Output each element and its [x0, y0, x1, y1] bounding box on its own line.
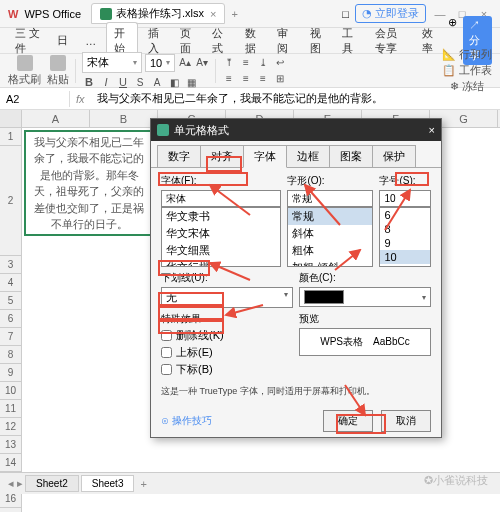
row-header[interactable]: 14 — [0, 454, 21, 472]
italic-icon[interactable]: I — [99, 75, 113, 89]
font-select[interactable]: 宋体▾ — [82, 52, 142, 73]
row-header[interactable]: 3 — [0, 256, 21, 274]
name-box[interactable]: A2 — [0, 91, 70, 107]
font-input[interactable] — [161, 190, 281, 207]
underline-select[interactable]: 无▾ — [161, 287, 293, 308]
style-input[interactable] — [287, 190, 373, 207]
menu-bar: 三 文件 日 … 开始 插入 页面 公式 数据 审阅 视图 工具 会员专享 效率… — [0, 28, 500, 54]
col-header[interactable]: A — [22, 110, 90, 127]
help-link[interactable]: ⊙ 操作技巧 — [161, 414, 212, 428]
tab-number[interactable]: 数字 — [157, 145, 201, 168]
filename: 表格操作练习.xlsx — [116, 6, 204, 21]
col-header[interactable]: B — [90, 110, 158, 127]
row-header[interactable]: 7 — [0, 328, 21, 346]
fill-color-icon[interactable]: ◧ — [167, 75, 181, 89]
tab-pattern[interactable]: 图案 — [329, 145, 373, 168]
tab-formula[interactable]: 公式 — [205, 23, 234, 59]
tab-border[interactable]: 边框 — [286, 145, 330, 168]
row-header[interactable]: 4 — [0, 274, 21, 292]
align-mid-icon[interactable]: ≡ — [239, 56, 253, 70]
color-label: 颜色(C): — [299, 271, 431, 285]
sheet-nav-icon[interactable]: ◂ ▸ — [8, 477, 23, 490]
tab-font[interactable]: 字体 — [243, 145, 287, 168]
close-tab-icon[interactable]: × — [210, 8, 216, 20]
paste-button[interactable]: 粘贴 — [47, 55, 69, 87]
row-header[interactable]: 17 — [0, 508, 21, 512]
align-right-icon[interactable]: ≡ — [256, 72, 270, 86]
tab-data[interactable]: 数据 — [238, 23, 267, 59]
font-color-icon[interactable]: A — [150, 75, 164, 89]
app-name: WPS Office — [24, 8, 81, 20]
ok-button[interactable]: 确定 — [323, 410, 373, 432]
row-header[interactable]: 12 — [0, 418, 21, 436]
strike-icon[interactable]: S — [133, 75, 147, 89]
select-all-corner[interactable] — [0, 110, 22, 127]
size-input[interactable] — [379, 190, 431, 207]
more-icon[interactable]: … — [78, 32, 103, 50]
rows-cols-button[interactable]: 📐 行和列 — [442, 47, 492, 62]
row-header[interactable]: 9 — [0, 364, 21, 382]
add-sheet-icon[interactable]: + — [140, 478, 146, 490]
tab-review[interactable]: 审阅 — [270, 23, 299, 59]
formula-bar: A2 fx 我与父亲不相见已二年余了，我最不能忘记的是他的背影。 — [0, 88, 500, 110]
row-header[interactable]: 8 — [0, 346, 21, 364]
tab-member[interactable]: 会员专享 — [368, 23, 413, 59]
cell-a2[interactable]: 我与父亲不相见已二年余了，我最不能忘记的是他的背影。那年冬天，祖母死了，父亲的差… — [24, 130, 154, 236]
row-header[interactable]: 2 — [0, 146, 21, 256]
row-header[interactable]: 6 — [0, 310, 21, 328]
format-painter-button[interactable]: 格式刷 — [8, 55, 41, 87]
preview-box: WPS表格 AaBbCc — [299, 328, 431, 356]
dialog-title: 单元格格式 — [174, 123, 229, 138]
minimize-icon[interactable]: ― — [432, 8, 448, 20]
font-list[interactable]: 华文隶书华文宋体华文细黑华文行楷华文楷书宋体 — [161, 207, 281, 267]
cancel-button[interactable]: 取消 — [381, 410, 431, 432]
toolbar: 格式刷 粘贴 宋体▾ 10▾ A▴ A▾ B I U S A ◧ ▦ ⤒ ≡ ⤓… — [0, 54, 500, 88]
tab-align[interactable]: 对齐 — [200, 145, 244, 168]
increase-font-icon[interactable]: A▴ — [178, 56, 192, 70]
save-icon[interactable]: 日 — [50, 30, 75, 51]
formula-input[interactable]: 我与父亲不相见已二年余了，我最不能忘记的是他的背影。 — [91, 89, 500, 108]
row-header[interactable]: 10 — [0, 382, 21, 400]
align-center-icon[interactable]: ≡ — [239, 72, 253, 86]
underline-icon[interactable]: U — [116, 75, 130, 89]
new-tab-icon[interactable]: + — [231, 8, 237, 20]
dialog-close-icon[interactable]: × — [429, 124, 435, 136]
app-logo: W — [8, 8, 18, 20]
super-check[interactable]: 上标(E) — [161, 345, 293, 360]
watermark: ✪小雀说科技 — [424, 473, 488, 488]
login-button[interactable]: ◔立即登录 — [355, 4, 426, 23]
sheet-tab[interactable]: Sheet2 — [25, 475, 79, 492]
size-select[interactable]: 10▾ — [145, 54, 175, 72]
dialog-icon — [157, 124, 169, 136]
svg-rect-0 — [100, 8, 112, 20]
align-bot-icon[interactable]: ⤓ — [256, 56, 270, 70]
style-label: 字形(O): — [287, 174, 373, 188]
worksheet-button[interactable]: 📋 工作表 — [442, 63, 492, 78]
row-header[interactable]: 11 — [0, 400, 21, 418]
style-list[interactable]: 常规斜体粗体加粗 倾斜 — [287, 207, 373, 267]
cell-format-dialog: 单元格格式 × 数字 对齐 字体 边框 图案 保护 字体(F): 华文隶书华文宋… — [150, 118, 442, 438]
file-tab[interactable]: 表格操作练习.xlsx × — [91, 3, 225, 24]
decrease-font-icon[interactable]: A▾ — [195, 56, 209, 70]
strike-check[interactable]: 删除线(K) — [161, 328, 293, 343]
settings-icon[interactable]: □ — [342, 8, 349, 20]
sheet-tab[interactable]: Sheet3 — [81, 475, 135, 492]
bold-icon[interactable]: B — [82, 75, 96, 89]
row-header[interactable]: 13 — [0, 436, 21, 454]
wrap-icon[interactable]: ↩ — [273, 56, 287, 70]
tab-tools[interactable]: 工具 — [335, 23, 364, 59]
row-header[interactable]: 1 — [0, 128, 21, 146]
file-menu[interactable]: 三 文件 — [8, 23, 47, 59]
fx-icon[interactable]: fx — [70, 93, 91, 105]
row-header[interactable]: 5 — [0, 292, 21, 310]
border-icon[interactable]: ▦ — [184, 75, 198, 89]
tab-protect[interactable]: 保护 — [372, 145, 416, 168]
merge-icon[interactable]: ⊞ — [273, 72, 287, 86]
color-select[interactable]: ▾ — [299, 287, 431, 307]
tab-view[interactable]: 视图 — [303, 23, 332, 59]
tab-efficiency[interactable]: 效率 — [415, 23, 444, 59]
sub-check[interactable]: 下标(B) — [161, 362, 293, 377]
align-top-icon[interactable]: ⤒ — [222, 56, 236, 70]
align-left-icon[interactable]: ≡ — [222, 72, 236, 86]
size-list[interactable]: 689101112 — [379, 207, 431, 267]
